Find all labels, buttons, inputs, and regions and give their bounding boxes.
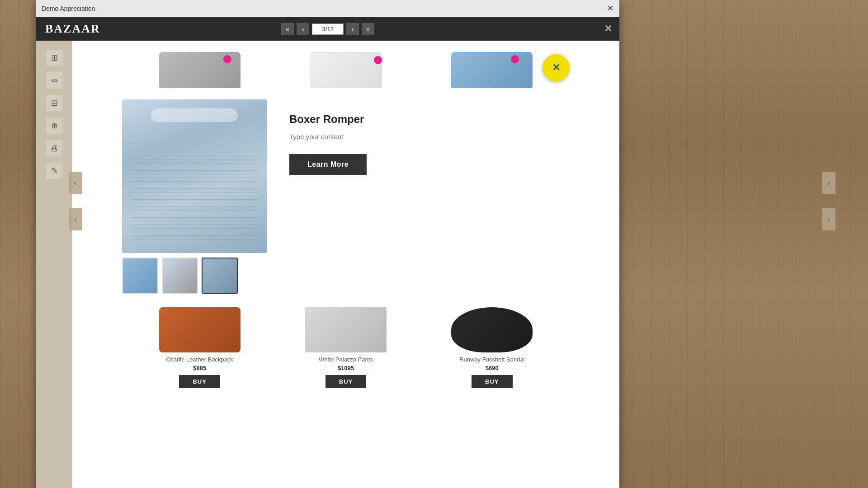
nav-prev-double-button[interactable]: « — [281, 23, 294, 35]
left-sidebar: ⊞ ⇔ ⊟ ⊕ 🖨 ✎ — [36, 41, 72, 488]
backpack-name: Charlie Leather Backpack — [155, 356, 245, 363]
next-double-arrow[interactable]: » — [822, 172, 835, 194]
palazzo-price: $1095 — [301, 365, 391, 371]
top-product-1[interactable] — [150, 50, 250, 90]
bottom-products-row: Charlie Leather Backpack $885 BUY White … — [122, 303, 570, 393]
product-dot-1 — [223, 55, 231, 63]
sandal-image — [451, 307, 533, 352]
nav-close-button[interactable]: ✕ — [604, 23, 612, 35]
nav-next-button[interactable]: › — [346, 23, 359, 35]
product-info: Boxer Romper Type your content Learn Mor… — [289, 99, 570, 294]
product-dot-2 — [374, 56, 382, 64]
palazzo-image — [305, 307, 387, 352]
thumbnail-1[interactable] — [122, 258, 158, 294]
thumbnail-image-3 — [203, 258, 237, 293]
download-icon[interactable]: ⊟ — [46, 95, 62, 111]
main-content: Boxer Romper Type your content Learn Mor… — [108, 41, 583, 488]
thumbnail-2[interactable] — [162, 258, 198, 294]
next-single-arrow[interactable]: › — [822, 208, 835, 230]
brand-logo: BAZAAR — [45, 22, 100, 36]
palazzo-buy-button[interactable]: BUY — [326, 375, 366, 388]
grid-icon[interactable]: ⊞ — [46, 50, 62, 66]
bottom-product-2: White Palazzo Pants $1095 BUY — [301, 307, 391, 388]
title-bar-close-button[interactable]: ✕ — [605, 4, 615, 14]
dialog-title: Demo Appreciation — [42, 5, 95, 12]
backpack-image — [159, 307, 241, 352]
cursor-x-icon: ✕ — [552, 62, 560, 74]
thumbnail-image-1 — [123, 258, 157, 293]
zoom-icon[interactable]: ⊕ — [46, 117, 62, 134]
middle-section: Boxer Romper Type your content Learn Mor… — [122, 99, 570, 294]
palazzo-name: White Palazzo Pants — [301, 356, 391, 363]
prev-single-arrow[interactable]: ‹ — [69, 208, 82, 230]
product-title: Boxer Romper — [289, 113, 570, 126]
backpack-price: $885 — [155, 365, 245, 371]
backpack-buy-button[interactable]: BUY — [179, 375, 220, 388]
sandal-buy-button[interactable]: BUY — [472, 375, 512, 388]
prev-double-arrow[interactable]: « — [69, 172, 82, 194]
sandal-name: Runway Fussbett Sandal — [447, 356, 537, 363]
dialog-window: Demo Appreciation ✕ BAZAAR « ‹ 3/12 › » … — [36, 0, 619, 488]
edit-icon[interactable]: ✎ — [46, 163, 62, 179]
product-description: Type your content — [289, 133, 570, 141]
cursor-indicator: ✕ — [542, 54, 570, 81]
nav-prev-button[interactable]: ‹ — [297, 23, 309, 35]
nav-controls: « ‹ 3/12 › » — [281, 23, 374, 35]
thumbnail-image-2 — [163, 258, 197, 293]
product-main-image — [122, 99, 267, 253]
print-icon[interactable]: 🖨 — [46, 140, 62, 156]
thumbnails — [122, 258, 276, 294]
page-indicator: 3/12 — [312, 23, 344, 35]
learn-more-button[interactable]: Learn More — [289, 154, 367, 175]
product-image-container — [122, 99, 276, 294]
blue-shirt-image — [451, 52, 533, 88]
share-icon[interactable]: ⇔ — [46, 72, 62, 89]
white-shirt-image — [310, 52, 382, 88]
bottom-product-1: Charlie Leather Backpack $885 BUY — [155, 307, 245, 388]
title-bar: Demo Appreciation ✕ — [36, 0, 619, 17]
top-product-3[interactable] — [442, 50, 542, 90]
top-products-row — [122, 50, 570, 90]
bottom-product-3: Runway Fussbett Sandal $690 BUY — [447, 307, 537, 388]
thumbnail-3[interactable] — [202, 258, 238, 294]
nav-bar: BAZAAR « ‹ 3/12 › » ✕ — [36, 17, 619, 41]
nav-next-double-button[interactable]: » — [362, 23, 374, 35]
top-product-2[interactable] — [296, 50, 396, 90]
sandal-price: $690 — [447, 365, 537, 371]
